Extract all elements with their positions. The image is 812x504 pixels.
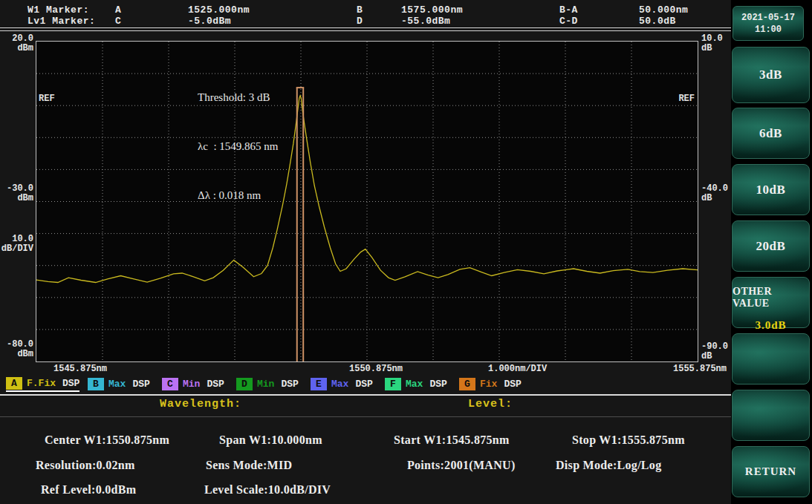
ref-label-right: REF <box>678 94 695 104</box>
trace-a-swatch: A <box>6 377 22 390</box>
delta-lambda-text: Δλ : 0.018 nm <box>198 187 279 203</box>
ref-label-left: REF <box>39 94 55 104</box>
y-tick-left-bottom: -80.0 dBm <box>0 340 33 359</box>
trace-a-line <box>36 96 698 283</box>
legend-trace-g[interactable]: GFixDSP <box>459 376 522 392</box>
date-text: 2021-05-17 <box>741 12 795 24</box>
trace-e-swatch: E <box>311 378 327 390</box>
spectrum-chart: REF REF Threshold: 3 dB λc : 1549.865 nm… <box>36 41 698 362</box>
x-scale-label: 1.000nm/DIV <box>488 364 547 374</box>
marker-a-value: 1525.000nm <box>188 4 250 16</box>
disp-mode-readout: Disp Mode:Log/Log <box>556 459 661 472</box>
trace-mode-label: Fix <box>480 379 497 390</box>
trace-d-swatch: D <box>236 378 253 390</box>
marker-c-value: -5.0dBm <box>188 16 231 27</box>
trace-mode-label: Min <box>257 379 274 390</box>
softkey-label: 6dB <box>759 126 782 141</box>
softkey-label: 10dB <box>756 183 786 197</box>
marker-d-value: -55.0dBm <box>401 16 450 27</box>
stop-wavelength-readout: Stop W1:1555.875nm <box>572 433 685 447</box>
resolution-readout: Resolution:0.02nm <box>36 459 135 472</box>
trace-mode-label: F.Fix <box>27 378 56 389</box>
ref-level-readout: Ref Level:0.0dBm <box>41 483 136 497</box>
legend-trace-f[interactable]: FMaxDSP <box>385 376 447 392</box>
softkey-label: 3dB <box>759 68 782 82</box>
marker-b-key: B <box>357 4 363 16</box>
trace-proc-label: DSP <box>504 379 521 390</box>
trace-b-swatch: B <box>88 378 104 390</box>
marker-c-key: C <box>115 16 121 27</box>
trace-mode-label: Max <box>108 379 126 390</box>
main-display: W1 Marker: A 1525.000nm B 1575.000nm B-A… <box>0 0 731 504</box>
marker-cd-value: 50.0dB <box>639 16 676 27</box>
time-text: 11:00 <box>755 24 782 36</box>
level-section-label: Level: <box>468 398 513 410</box>
trace-proc-label: DSP <box>207 379 224 390</box>
trace-legend: AF.FixDSPBMaxDSPCMinDSPDMinDSPEMaxDSPFMa… <box>0 376 731 393</box>
legend-trace-e[interactable]: EMaxDSP <box>311 376 373 392</box>
points-readout: Points:2001(MANU) <box>407 459 516 472</box>
x-tick-center: 1550.875nm <box>349 364 403 374</box>
trace-mode-label: Max <box>406 379 423 390</box>
softkey-20db[interactable]: 20dB <box>732 220 810 272</box>
peak-annotation: Threshold: 3 dB λc : 1549.865 nm Δλ : 0.… <box>198 56 279 236</box>
softkey-label: OTHER VALUE <box>733 286 809 310</box>
wavelength-section-label: Wavelength: <box>160 398 241 410</box>
start-wavelength-readout: Start W1:1545.875nm <box>394 433 510 447</box>
softkey-label: 20dB <box>756 239 786 254</box>
x-tick-start: 1545.875nm <box>53 364 107 374</box>
marker-a-key: A <box>115 4 121 16</box>
softkey-3db[interactable]: 3dB <box>732 47 810 103</box>
marker-ba-key: B-A <box>559 4 578 16</box>
trace-proc-label: DSP <box>62 378 79 389</box>
trace-proc-label: DSP <box>429 379 446 390</box>
trace-proc-label: DSP <box>132 379 149 390</box>
y-tick-left-mid: -30.0 dBm <box>0 184 33 203</box>
legend-trace-c[interactable]: CMinDSP <box>162 376 224 392</box>
trace-g-swatch: G <box>459 378 475 390</box>
center-wavelength-readout: Center W1:1550.875nm <box>45 433 169 447</box>
trace-f-swatch: F <box>385 378 401 390</box>
softkey-label: RETURN <box>745 465 796 478</box>
span-readout: Span W1:10.000nm <box>219 433 322 447</box>
softkey-10db[interactable]: 10dB <box>732 164 810 215</box>
marker-d-key: D <box>357 16 363 27</box>
y-scale-left: 10.0 dB/DIV <box>0 235 33 254</box>
separator-bright <box>0 394 731 396</box>
lambda-c-text: λc : 1549.865 nm <box>198 138 279 154</box>
lvl-marker-label: Lv1 Marker: <box>27 16 95 27</box>
separator-dim <box>0 416 731 417</box>
marker-cd-key: C-D <box>559 16 578 27</box>
softkey-blank-2[interactable] <box>732 390 810 441</box>
datetime-display: 2021-05-17 11:00 <box>733 6 804 41</box>
threshold-text: Threshold: 3 dB <box>198 89 279 105</box>
x-tick-stop: 1555.875nm <box>673 364 727 374</box>
w1-marker-label: W1 Marker: <box>27 4 89 16</box>
softkey-other-value[interactable]: OTHER VALUE3.0dB <box>732 277 810 328</box>
separator-double <box>0 27 731 31</box>
softkey-sidebar: 2021-05-17 11:00 3dB6dB10dB20dBOTHER VAL… <box>731 0 812 504</box>
spectrum-plot <box>36 42 698 361</box>
softkey-6db[interactable]: 6dB <box>732 108 810 159</box>
trace-c-swatch: C <box>162 378 178 390</box>
marker-ba-value: 50.000nm <box>639 4 688 16</box>
trace-mode-label: Min <box>183 379 200 390</box>
softkey-blank-1[interactable] <box>732 333 810 384</box>
level-scale-readout: Level Scale:10.0dB/DIV <box>204 483 331 497</box>
sens-mode-readout: Sens Mode:MID <box>206 459 292 472</box>
legend-trace-d[interactable]: DMinDSP <box>236 376 299 392</box>
y-tick-left-top: 20.0 dBm <box>0 34 33 53</box>
osa-screen: W1 Marker: A 1525.000nm B 1575.000nm B-A… <box>0 0 812 504</box>
legend-trace-b[interactable]: BMaxDSP <box>88 376 150 392</box>
trace-mode-label: Max <box>331 379 348 390</box>
softkey-value: 3.0dB <box>755 319 786 332</box>
marker-b-value: 1575.000nm <box>401 4 463 16</box>
legend-trace-a[interactable]: AF.FixDSP <box>6 376 79 392</box>
trace-proc-label: DSP <box>281 379 298 390</box>
trace-proc-label: DSP <box>355 379 372 390</box>
softkey-return[interactable]: RETURN <box>732 446 810 497</box>
